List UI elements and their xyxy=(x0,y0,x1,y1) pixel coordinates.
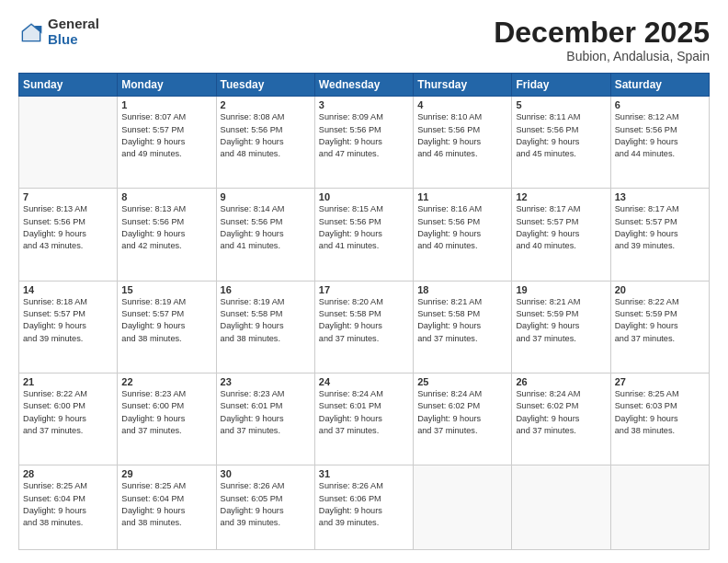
calendar-day-cell: 25Sunrise: 8:24 AMSunset: 6:02 PMDayligh… xyxy=(414,373,512,465)
calendar-week-row: 1Sunrise: 8:07 AMSunset: 5:57 PMDaylight… xyxy=(19,97,710,189)
day-number: 10 xyxy=(319,191,409,202)
day-number: 3 xyxy=(319,99,409,110)
day-number: 14 xyxy=(23,284,113,295)
logo-blue: Blue xyxy=(48,32,99,48)
day-of-week-header: Tuesday xyxy=(216,74,314,97)
day-number: 9 xyxy=(221,191,311,202)
calendar-day-cell: 31Sunrise: 8:26 AMSunset: 6:06 PMDayligh… xyxy=(314,465,413,550)
calendar-day-cell: 21Sunrise: 8:22 AMSunset: 6:00 PMDayligh… xyxy=(19,373,118,465)
calendar-day-cell xyxy=(19,97,118,189)
calendar-week-row: 28Sunrise: 8:25 AMSunset: 6:04 PMDayligh… xyxy=(19,465,710,550)
calendar-day-cell: 5Sunrise: 8:11 AMSunset: 5:56 PMDaylight… xyxy=(512,97,610,189)
calendar-header-row: SundayMondayTuesdayWednesdayThursdayFrid… xyxy=(19,74,710,97)
day-number: 23 xyxy=(221,376,311,387)
day-info: Sunrise: 8:24 AMSunset: 6:02 PMDaylight:… xyxy=(417,388,507,437)
day-info: Sunrise: 8:17 AMSunset: 5:57 PMDaylight:… xyxy=(516,203,606,252)
day-info: Sunrise: 8:11 AMSunset: 5:56 PMDaylight:… xyxy=(516,111,606,160)
calendar-day-cell: 4Sunrise: 8:10 AMSunset: 5:56 PMDaylight… xyxy=(414,97,512,189)
day-info: Sunrise: 8:19 AMSunset: 5:57 PMDaylight:… xyxy=(121,296,211,345)
day-number: 24 xyxy=(319,376,409,387)
day-info: Sunrise: 8:22 AMSunset: 6:00 PMDaylight:… xyxy=(23,388,113,437)
calendar-day-cell: 29Sunrise: 8:25 AMSunset: 6:04 PMDayligh… xyxy=(118,465,216,550)
calendar-week-row: 21Sunrise: 8:22 AMSunset: 6:00 PMDayligh… xyxy=(19,373,710,465)
day-number: 6 xyxy=(615,99,705,110)
day-info: Sunrise: 8:19 AMSunset: 5:58 PMDaylight:… xyxy=(221,296,311,345)
calendar-day-cell: 1Sunrise: 8:07 AMSunset: 5:57 PMDaylight… xyxy=(118,97,216,189)
calendar-day-cell: 28Sunrise: 8:25 AMSunset: 6:04 PMDayligh… xyxy=(19,465,118,550)
day-info: Sunrise: 8:25 AMSunset: 6:04 PMDaylight:… xyxy=(23,480,113,529)
day-info: Sunrise: 8:14 AMSunset: 5:56 PMDaylight:… xyxy=(221,203,311,252)
day-number: 12 xyxy=(516,191,606,202)
day-number: 2 xyxy=(221,99,311,110)
logo-text: General Blue xyxy=(48,17,99,47)
day-number: 7 xyxy=(23,191,113,202)
calendar-day-cell: 14Sunrise: 8:18 AMSunset: 5:57 PMDayligh… xyxy=(19,281,118,373)
day-number: 26 xyxy=(516,376,606,387)
day-info: Sunrise: 8:17 AMSunset: 5:57 PMDaylight:… xyxy=(615,203,705,252)
day-info: Sunrise: 8:25 AMSunset: 6:03 PMDaylight:… xyxy=(615,388,705,437)
calendar-day-cell: 10Sunrise: 8:15 AMSunset: 5:56 PMDayligh… xyxy=(314,189,413,281)
title-block: December 2025 Bubion, Andalusia, Spain xyxy=(494,17,710,63)
day-info: Sunrise: 8:15 AMSunset: 5:56 PMDaylight:… xyxy=(319,203,409,252)
calendar-day-cell: 18Sunrise: 8:21 AMSunset: 5:58 PMDayligh… xyxy=(414,281,512,373)
day-number: 25 xyxy=(417,376,507,387)
day-number: 29 xyxy=(121,468,211,479)
day-number: 8 xyxy=(121,191,211,202)
day-number: 18 xyxy=(417,284,507,295)
day-info: Sunrise: 8:26 AMSunset: 6:05 PMDaylight:… xyxy=(221,480,311,529)
calendar-day-cell: 24Sunrise: 8:24 AMSunset: 6:01 PMDayligh… xyxy=(314,373,413,465)
day-info: Sunrise: 8:24 AMSunset: 6:01 PMDaylight:… xyxy=(319,388,409,437)
day-info: Sunrise: 8:21 AMSunset: 5:59 PMDaylight:… xyxy=(516,296,606,345)
logo-general: General xyxy=(48,17,99,32)
location-subtitle: Bubion, Andalusia, Spain xyxy=(494,49,710,63)
day-info: Sunrise: 8:13 AMSunset: 5:56 PMDaylight:… xyxy=(23,203,113,252)
day-info: Sunrise: 8:13 AMSunset: 5:56 PMDaylight:… xyxy=(121,203,211,252)
day-info: Sunrise: 8:24 AMSunset: 6:02 PMDaylight:… xyxy=(516,388,606,437)
logo-icon xyxy=(18,19,44,45)
calendar-day-cell: 8Sunrise: 8:13 AMSunset: 5:56 PMDaylight… xyxy=(118,189,216,281)
calendar-day-cell: 12Sunrise: 8:17 AMSunset: 5:57 PMDayligh… xyxy=(512,189,610,281)
day-info: Sunrise: 8:26 AMSunset: 6:06 PMDaylight:… xyxy=(319,480,409,529)
calendar-day-cell: 2Sunrise: 8:08 AMSunset: 5:56 PMDaylight… xyxy=(216,97,314,189)
calendar-day-cell xyxy=(610,465,709,550)
day-info: Sunrise: 8:16 AMSunset: 5:56 PMDaylight:… xyxy=(417,203,507,252)
day-number: 27 xyxy=(615,376,705,387)
calendar-day-cell: 22Sunrise: 8:23 AMSunset: 6:00 PMDayligh… xyxy=(118,373,216,465)
calendar-day-cell: 26Sunrise: 8:24 AMSunset: 6:02 PMDayligh… xyxy=(512,373,610,465)
day-of-week-header: Saturday xyxy=(610,74,709,97)
day-info: Sunrise: 8:21 AMSunset: 5:58 PMDaylight:… xyxy=(417,296,507,345)
day-number: 22 xyxy=(121,376,211,387)
day-of-week-header: Monday xyxy=(118,74,216,97)
day-number: 16 xyxy=(221,284,311,295)
calendar-day-cell: 23Sunrise: 8:23 AMSunset: 6:01 PMDayligh… xyxy=(216,373,314,465)
day-number: 13 xyxy=(615,191,705,202)
header: General Blue December 2025 Bubion, Andal… xyxy=(18,17,710,63)
day-info: Sunrise: 8:08 AMSunset: 5:56 PMDaylight:… xyxy=(221,111,311,160)
calendar-day-cell: 16Sunrise: 8:19 AMSunset: 5:58 PMDayligh… xyxy=(216,281,314,373)
month-title: December 2025 xyxy=(494,17,710,49)
day-of-week-header: Sunday xyxy=(19,74,118,97)
day-of-week-header: Friday xyxy=(512,74,610,97)
calendar-day-cell: 6Sunrise: 8:12 AMSunset: 5:56 PMDaylight… xyxy=(610,97,709,189)
calendar-day-cell: 7Sunrise: 8:13 AMSunset: 5:56 PMDaylight… xyxy=(19,189,118,281)
calendar-week-row: 14Sunrise: 8:18 AMSunset: 5:57 PMDayligh… xyxy=(19,281,710,373)
day-number: 17 xyxy=(319,284,409,295)
page: General Blue December 2025 Bubion, Andal… xyxy=(0,0,728,563)
day-number: 11 xyxy=(417,191,507,202)
day-info: Sunrise: 8:22 AMSunset: 5:59 PMDaylight:… xyxy=(615,296,705,345)
day-info: Sunrise: 8:25 AMSunset: 6:04 PMDaylight:… xyxy=(121,480,211,529)
day-info: Sunrise: 8:10 AMSunset: 5:56 PMDaylight:… xyxy=(417,111,507,160)
day-number: 19 xyxy=(516,284,606,295)
day-number: 21 xyxy=(23,376,113,387)
calendar-day-cell: 15Sunrise: 8:19 AMSunset: 5:57 PMDayligh… xyxy=(118,281,216,373)
calendar-day-cell xyxy=(414,465,512,550)
svg-marker-0 xyxy=(22,22,41,41)
calendar-day-cell xyxy=(512,465,610,550)
calendar-day-cell: 30Sunrise: 8:26 AMSunset: 6:05 PMDayligh… xyxy=(216,465,314,550)
calendar-day-cell: 17Sunrise: 8:20 AMSunset: 5:58 PMDayligh… xyxy=(314,281,413,373)
calendar-week-row: 7Sunrise: 8:13 AMSunset: 5:56 PMDaylight… xyxy=(19,189,710,281)
day-info: Sunrise: 8:12 AMSunset: 5:56 PMDaylight:… xyxy=(615,111,705,160)
day-number: 15 xyxy=(121,284,211,295)
calendar-table: SundayMondayTuesdayWednesdayThursdayFrid… xyxy=(18,73,710,550)
day-number: 31 xyxy=(319,468,409,479)
